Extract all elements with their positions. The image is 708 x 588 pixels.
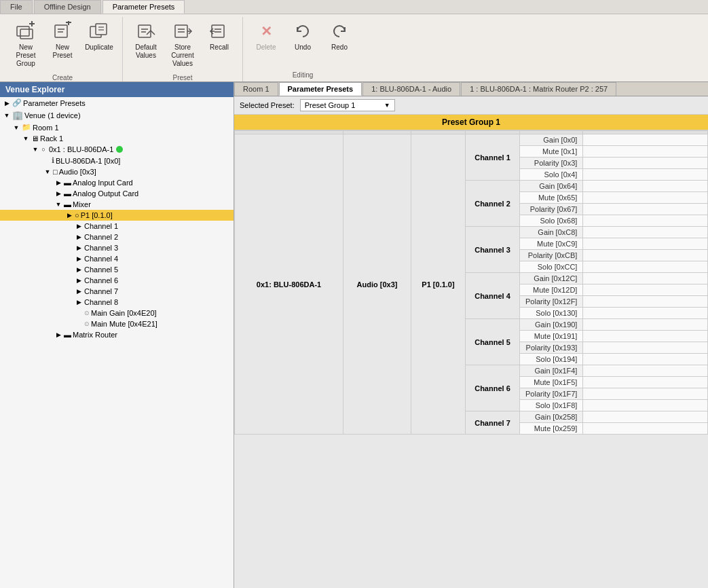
expand-analog-output[interactable]: ▶ <box>54 189 62 198</box>
col-param-value <box>583 400 708 411</box>
col-channel-name: Channel 3 <box>466 227 520 273</box>
col-param-name: Solo [0x1F8] <box>520 400 583 411</box>
new-preset-button[interactable]: NewPreset <box>45 17 80 63</box>
sidebar-item-ch5[interactable]: ▶ Channel 5 <box>0 264 234 275</box>
expand-mixer[interactable]: ▼ <box>54 200 62 208</box>
sidebar-item-blu806da1[interactable]: ▼ ○ 0x1 : BLU-806DA-1 <box>0 144 234 155</box>
delete-icon: ✕ <box>255 20 277 42</box>
col-param-value <box>583 284 708 296</box>
sidebar-item-analog-input[interactable]: ▶ ▬ Analog Input Card <box>0 177 234 188</box>
sidebar-item-main-gain[interactable]: ⊙ Main Gain [0x4E20] <box>0 308 234 318</box>
col-param-name: Polarity [0x1F7] <box>520 388 583 400</box>
col-param-name: Solo [0x194] <box>520 354 583 365</box>
expand-ch1[interactable]: ▶ <box>75 222 83 230</box>
content-tab-room1[interactable]: Room 1 <box>234 82 278 96</box>
expand-parameter-presets[interactable]: ▶ <box>3 99 11 107</box>
col-param-value <box>583 134 708 146</box>
new-preset-group-label: New PresetGroup <box>10 43 41 68</box>
table-row: 0x1: BLU-806DA-1Audio [0x3]P1 [0.1.0]Cha… <box>235 134 708 146</box>
sidebar-item-room1[interactable]: ▼ 📁 Room 1 <box>0 122 234 133</box>
content-tab-audio[interactable]: 1: BLU-806DA-1 - Audio <box>362 82 460 96</box>
preset-buttons: DefaultValues Store CurrentValues <box>128 17 237 73</box>
sidebar-item-ch1[interactable]: ▶ Channel 1 <box>0 221 234 232</box>
new-preset-label: NewPreset <box>53 43 73 60</box>
new-preset-group-button[interactable]: New PresetGroup <box>8 17 43 71</box>
sidebar-item-matrix-router[interactable]: ▶ ▬ Matrix Router <box>0 329 234 340</box>
expand-room1[interactable]: ▼ <box>12 124 20 132</box>
col-param-value <box>583 411 708 423</box>
content-tab-matrix-router[interactable]: 1 : BLU-806DA-1 : Matrix Router P2 : 257 <box>461 82 616 96</box>
app-tab-bar: File Offline Design Parameter Presets <box>0 0 708 14</box>
col-param-name: Polarity [0x12F] <box>520 296 583 308</box>
expand-audio[interactable]: ▼ <box>43 168 52 176</box>
tab-parameter-presets[interactable]: Parameter Presets <box>103 0 185 14</box>
undo-label: Undo <box>295 43 311 52</box>
recall-button[interactable]: Recall <box>202 17 237 55</box>
col-param-value <box>583 365 708 377</box>
col-param-name: Polarity [0x67] <box>520 204 583 215</box>
content-tab-parameter-presets[interactable]: Parameter Presets <box>279 82 362 96</box>
preset-table-wrapper: Preset Group 1 0x1: BLU-806DA-1Audio [0x… <box>234 115 708 435</box>
store-current-values-button[interactable]: Store CurrentValues <box>165 17 200 71</box>
device-status-indicator <box>116 146 123 153</box>
sidebar-item-p1[interactable]: ▶ ○ P1 [0.1.0] <box>0 210 234 221</box>
sidebar-item-parameter-presets[interactable]: ▶ 🔗 Parameter Presets <box>0 97 234 109</box>
col-param-value <box>583 238 708 250</box>
col-channel-name: Channel 4 <box>466 273 520 319</box>
delete-button[interactable]: ✕ Delete <box>248 17 284 55</box>
col-channel-name: Channel 6 <box>466 365 520 411</box>
col-param-name: Gain [0xC8] <box>520 227 583 238</box>
sidebar: Venue Explorer ▶ 🔗 Parameter Presets ▼ 🏢… <box>0 82 234 588</box>
sidebar-item-blu806da1-info[interactable]: ℹ BLU-806DA-1 [0x0] <box>0 155 234 166</box>
sidebar-item-ch7[interactable]: ▶ Channel 7 <box>0 286 234 297</box>
col-param-value <box>583 204 708 215</box>
sidebar-item-ch2[interactable]: ▶ Channel 2 <box>0 232 234 242</box>
sidebar-item-venue[interactable]: ▼ 🏢 Venue (1 device) <box>0 109 234 122</box>
expand-blu806da1b[interactable]: ○ <box>39 145 48 153</box>
sidebar-item-audio[interactable]: ▼ □ Audio [0x3] <box>0 166 234 177</box>
redo-button[interactable]: Redo <box>322 17 357 55</box>
sidebar-item-ch6[interactable]: ▶ Channel 6 <box>0 275 234 286</box>
new-preset-icon <box>52 20 73 42</box>
content-tab-bar: Room 1 Parameter Presets 1: BLU-806DA-1 … <box>234 82 708 96</box>
redo-label: Redo <box>331 43 348 52</box>
expand-venue[interactable]: ▼ <box>3 111 11 120</box>
tab-file[interactable]: File <box>0 0 33 14</box>
col-param-value <box>583 261 708 273</box>
duplicate-button[interactable]: Duplicate <box>81 17 117 55</box>
sidebar-item-analog-output[interactable]: ▶ ▬ Analog Output Card <box>0 188 234 199</box>
svg-rect-4 <box>55 25 67 37</box>
expand-blu806da1[interactable]: ▼ <box>31 145 39 153</box>
col-channel-name: Channel 1 <box>466 134 520 181</box>
expand-rack1[interactable]: ▼ <box>22 134 30 143</box>
preset-dropdown-value: Preset Group 1 <box>305 101 356 109</box>
col-param-value <box>583 158 708 169</box>
undo-button[interactable]: Undo <box>285 17 320 55</box>
recall-icon <box>208 20 230 42</box>
expand-matrix-router[interactable]: ▶ <box>54 331 62 339</box>
col-param-name: Gain [0x0] <box>520 134 583 146</box>
preset-table: 0x1: BLU-806DA-1Audio [0x3]P1 [0.1.0]Cha… <box>234 130 708 435</box>
expand-analog-input[interactable]: ▶ <box>54 179 62 187</box>
preset-selector-bar: Selected Preset: Preset Group 1 ▼ <box>234 96 708 115</box>
col-param-value <box>583 181 708 192</box>
expand-p1[interactable]: ▶ <box>65 211 73 219</box>
preset-dropdown[interactable]: Preset Group 1 ▼ <box>300 99 395 111</box>
sidebar-item-ch8[interactable]: ▶ Channel 8 <box>0 297 234 308</box>
col-param-name: Polarity [0x193] <box>520 342 583 354</box>
col-param-value <box>583 250 708 261</box>
tab-offline-design[interactable]: Offline Design <box>34 0 101 14</box>
default-values-button[interactable]: DefaultValues <box>128 17 164 63</box>
col-param-value <box>583 388 708 400</box>
new-preset-group-icon <box>15 20 37 42</box>
sidebar-item-mixer[interactable]: ▼ ▬ Mixer <box>0 199 234 210</box>
sidebar-item-ch3[interactable]: ▶ Channel 3 <box>0 242 234 253</box>
col-param-name: Gain [0x190] <box>520 319 583 331</box>
col-param-name: Mute [0xC9] <box>520 238 583 250</box>
sidebar-item-ch4[interactable]: ▶ Channel 4 <box>0 253 234 264</box>
col-param-name: Solo [0x68] <box>520 215 583 227</box>
default-values-icon <box>135 20 157 42</box>
toolbar-section-editing: ✕ Delete Undo <box>243 17 362 81</box>
sidebar-item-main-mute[interactable]: ⊙ Main Mute [0x4E21] <box>0 318 234 329</box>
sidebar-item-rack1[interactable]: ▼ 🖥 Rack 1 <box>0 133 234 144</box>
